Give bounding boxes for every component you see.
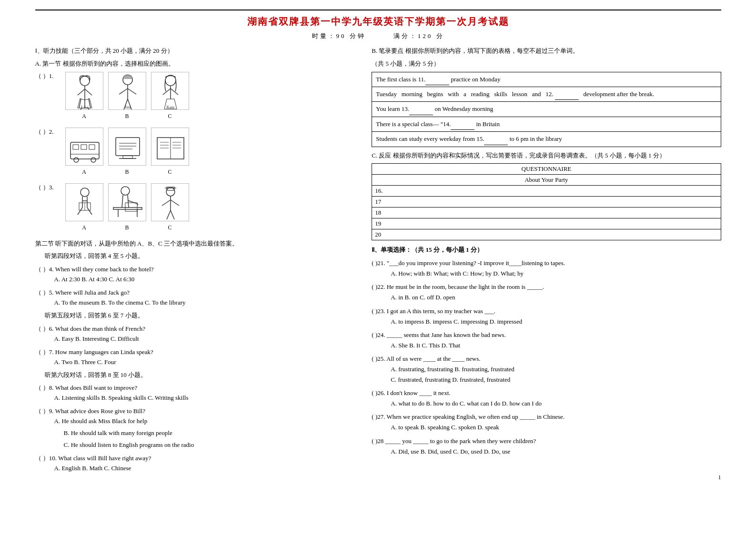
score-label: 满分：120 分 bbox=[393, 32, 444, 40]
q25-optB: C. frustrated, frustrating D. frustrated… bbox=[391, 375, 721, 385]
q22-body: He must be in the room, because the ligh… bbox=[387, 283, 544, 290]
q9: （ ）9. What advice does Rose give to Bill… bbox=[35, 406, 358, 450]
q3-figA-label: A bbox=[65, 224, 103, 231]
partB-subheader1: 听第四段对话，回答第 4 至 5 小题。 bbox=[45, 251, 358, 261]
q28-text: ( )28 _____ you _____ to go to the park … bbox=[372, 436, 721, 446]
q8-options: A. Listening skills B. Speaking skills C… bbox=[54, 393, 358, 403]
fill-cell-2: Tuesday morning begins with a reading sk… bbox=[372, 87, 721, 101]
q25-text: ( )25. All of us were ____ at the ____ n… bbox=[372, 354, 721, 364]
q2-figA-label: A bbox=[65, 168, 103, 176]
svg-point-24 bbox=[91, 158, 96, 162]
blank-12 bbox=[555, 89, 579, 100]
q23-body: I got an A this term, so my teacher was … bbox=[387, 307, 495, 315]
q26-options: A. what to do B. how to do C. what can I… bbox=[391, 398, 721, 409]
q8-text: （ ）8. What does Bill want to improve? bbox=[35, 383, 358, 393]
questionnaire-title-cell: QUESTIONNAIRE bbox=[372, 164, 721, 175]
q27-num: ( )27. bbox=[372, 413, 385, 420]
q9-optA: A. He should ask Miss Black for help bbox=[54, 416, 358, 426]
q5: （ ）5. Where will Julia and Jack go? A. T… bbox=[35, 287, 358, 308]
q21-body: "___do you improve your listening? -I im… bbox=[387, 259, 565, 267]
q2-figC-label: C bbox=[151, 168, 189, 176]
q23-num: ( )23. bbox=[372, 307, 385, 315]
svg-line-9 bbox=[119, 89, 128, 94]
q1-figC: Kate C bbox=[151, 72, 189, 120]
sec2-q28: ( )28 _____ you _____ to go to the park … bbox=[372, 436, 721, 457]
q2-figA: A bbox=[65, 128, 103, 176]
svg-text:Kate: Kate bbox=[166, 105, 174, 109]
q3-drawingC bbox=[151, 183, 189, 221]
section1-header: Ⅰ、听力技能（三个部分，共 20 小题，满分 20 分） bbox=[35, 46, 358, 56]
fill-row-4: There is a special class— "14. in Britai… bbox=[372, 117, 721, 131]
q4: （ ）4. When will they come back to the ho… bbox=[35, 264, 358, 285]
q6-text: （ ）6. What does the man think of French? bbox=[35, 324, 358, 334]
svg-line-2 bbox=[78, 89, 85, 95]
svg-rect-22 bbox=[89, 145, 95, 149]
q22-text: ( )22. He must be in the room, because t… bbox=[372, 282, 721, 292]
partC-subheader: （共 5 小题，满分 5 分） bbox=[372, 59, 721, 69]
q1-images: Lisa A bbox=[65, 72, 189, 120]
fill-cell-5: Students can study every weekday from 15… bbox=[372, 132, 721, 147]
questionnaire-subtitle-row: About Your Party bbox=[372, 175, 721, 186]
q2-label: （ ）2. bbox=[35, 128, 61, 136]
svg-line-55 bbox=[167, 210, 171, 219]
q7: （ ）7. How many languages can Linda speak… bbox=[35, 347, 358, 367]
fill-cell-1: The first class is 11. practice on Monda… bbox=[372, 72, 721, 87]
q2-drawingB bbox=[108, 128, 146, 166]
left-column: Ⅰ、听力技能（三个部分，共 20 小题，满分 20 分） A. 第一节 根据你所… bbox=[35, 46, 358, 476]
svg-line-16 bbox=[163, 89, 171, 95]
q6-options: A. Easy B. Interesting C. Difficult bbox=[54, 334, 358, 344]
q3-images: A bbox=[65, 183, 189, 231]
question-2-group: （ ）2. bbox=[35, 128, 358, 178]
q24-text: ( )24. _____ seems that Jane has known t… bbox=[372, 330, 721, 340]
q3-drawingB bbox=[108, 183, 146, 221]
svg-rect-48 bbox=[125, 203, 137, 211]
q3-figB-label: B bbox=[108, 224, 146, 231]
svg-point-44 bbox=[121, 187, 130, 195]
q28-options: A. Did, use B. Did, used C. Do, used D. … bbox=[391, 446, 721, 457]
q8: （ ）8. What does Bill want to improve? A.… bbox=[35, 383, 358, 403]
svg-rect-20 bbox=[73, 145, 79, 149]
sec2-q26: ( )26. I don't know ____ it next. A. wha… bbox=[372, 388, 721, 409]
q3-figB: B bbox=[108, 183, 146, 231]
q22-options: A. in B. on C. off D. open bbox=[391, 292, 721, 303]
q24-options: A. She B. It C. This D. That bbox=[391, 340, 721, 351]
section2-header: Ⅱ、单项选择：（共 15 分，每小题 1 分） bbox=[372, 245, 721, 255]
svg-line-53 bbox=[162, 200, 171, 206]
q7-options: A. Two B. Three C. Four bbox=[54, 357, 358, 367]
q3-figC-label: C bbox=[151, 224, 189, 231]
svg-point-23 bbox=[74, 158, 79, 162]
svg-line-56 bbox=[171, 210, 174, 219]
partD-header: C. 反应 根据你所听到的内容和实际情况，写出简要答语，完成录音问卷调查表。（共… bbox=[372, 151, 721, 161]
fill-row-3: You learn 13. on Wednesday morning bbox=[372, 102, 721, 117]
q10: （ ）10. What class will Bill have right a… bbox=[35, 453, 358, 474]
blank-14 bbox=[451, 119, 474, 130]
svg-text:Jim: Jim bbox=[124, 105, 131, 109]
questionnaire-table: QUESTIONNAIRE About Your Party 16. 17 18 bbox=[372, 163, 721, 240]
q3-figA: A bbox=[65, 183, 103, 231]
questionnaire-cell-20: 20 bbox=[372, 229, 721, 240]
page-number: 1 bbox=[718, 474, 721, 481]
q23-text: ( )23. I got an A this term, so my teach… bbox=[372, 306, 721, 316]
svg-point-49 bbox=[166, 188, 175, 196]
q25-num: ( )25. bbox=[372, 355, 385, 362]
svg-text:Lisa: Lisa bbox=[81, 105, 89, 109]
q24-body: _____ seems that Jane has known the bad … bbox=[387, 331, 506, 338]
q1-figA: Lisa A bbox=[65, 72, 103, 120]
q2-figB: B bbox=[108, 128, 146, 176]
question-1-group: （ ）1. bbox=[35, 72, 358, 123]
questionnaire-row-19: 19 bbox=[372, 218, 721, 229]
q3-drawingA bbox=[65, 183, 103, 221]
q21-text: ( )21. "___do you improve your listening… bbox=[372, 258, 721, 268]
q26-text: ( )26. I don't know ____ it next. bbox=[372, 388, 721, 398]
q28-num: ( )28 bbox=[372, 437, 383, 445]
partA-header: A. 第一节 根据你所听到的内容，选择相应的图画。 bbox=[35, 59, 358, 69]
svg-point-0 bbox=[80, 76, 90, 86]
q5-text: （ ）5. Where will Julia and Jack go? bbox=[35, 287, 358, 298]
exam-page: 湖南省双牌县第一中学九年级英语下学期第一次月考试题 时量：90 分钟 满分：12… bbox=[21, 0, 736, 486]
q1-figC-label: C bbox=[151, 113, 189, 120]
blank-11 bbox=[425, 74, 449, 85]
q27-body: When we practice speaking English, we of… bbox=[386, 413, 564, 420]
fill-row-5: Students can study every weekday from 15… bbox=[372, 132, 721, 147]
q6: （ ）6. What does the man think of French?… bbox=[35, 324, 358, 344]
sec2-q25: ( )25. All of us were ____ at the ____ n… bbox=[372, 354, 721, 385]
